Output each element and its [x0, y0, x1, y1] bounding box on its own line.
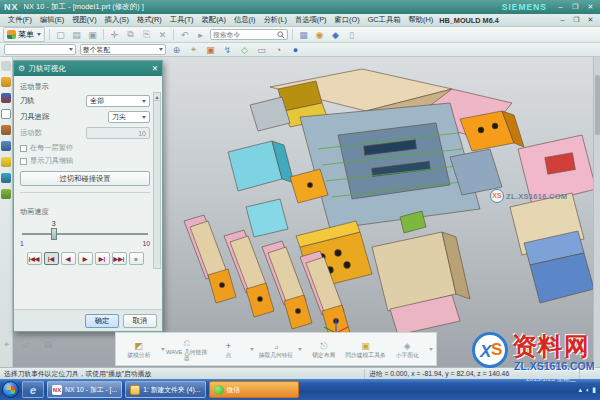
- system-tray[interactable]: ▴ ◖ ▮: [578, 386, 598, 394]
- selection-filter-combo[interactable]: [4, 44, 76, 55]
- dialog-close-icon[interactable]: ✕: [152, 64, 158, 73]
- close-button[interactable]: ✕: [585, 2, 596, 12]
- tool-tracking-combo[interactable]: 刀尖: [108, 111, 150, 123]
- volume-icon[interactable]: ◖: [585, 386, 589, 393]
- menu-dropdown-button[interactable]: 菜单: [3, 27, 45, 42]
- menu-format[interactable]: 格式(R): [133, 15, 166, 25]
- start-button[interactable]: [2, 381, 19, 398]
- save-icon[interactable]: ▣: [86, 29, 99, 41]
- window-layout-icon[interactable]: ▦: [297, 29, 310, 41]
- minimize-button[interactable]: –: [555, 2, 566, 12]
- hd3d-tools-icon[interactable]: [1, 141, 11, 151]
- wcs-icon[interactable]: ◔: [272, 44, 285, 56]
- tray-arrow-icon[interactable]: ▴: [578, 386, 582, 394]
- open-file-icon[interactable]: ▤: [70, 29, 83, 41]
- menu-gc-toolbox[interactable]: GC工具箱: [364, 15, 405, 25]
- menu-view[interactable]: 视图(V): [68, 15, 100, 25]
- folder-task-button[interactable]: 1: 新建文件夹 (4)...: [125, 381, 205, 398]
- wave-geometry-linker-button[interactable]: ⎌ WAVE 几何链接器: [166, 334, 208, 364]
- menu-tools[interactable]: 工具(T): [166, 15, 198, 25]
- menu-assembly[interactable]: 装配(A): [198, 15, 230, 25]
- motion-count-field[interactable]: 10: [86, 127, 150, 139]
- chevron-down-icon[interactable]: [250, 348, 254, 351]
- slider-track[interactable]: [22, 233, 148, 235]
- face-select-icon[interactable]: ▣: [204, 44, 217, 56]
- isometric-cube-icon[interactable]: ◆: [329, 29, 342, 41]
- curve-select-icon[interactable]: ↯: [221, 44, 234, 56]
- chevron-down-icon[interactable]: [429, 348, 433, 351]
- dialog-title-bar[interactable]: ⚙ 刀轨可视化 ✕: [14, 61, 162, 76]
- region-select-icon[interactable]: ▭: [255, 44, 268, 56]
- menu-help[interactable]: 帮助(H): [405, 15, 438, 25]
- delete-icon[interactable]: ✕: [156, 29, 169, 41]
- show-tool-axis-row[interactable]: 显示刀具增轴: [20, 156, 150, 166]
- copy-icon[interactable]: ⧉: [124, 29, 137, 41]
- selection-scope-combo[interactable]: 整个装配: [80, 44, 166, 55]
- network-icon[interactable]: ▮: [592, 386, 596, 394]
- section-icon[interactable]: ▱: [23, 339, 30, 350]
- ok-button[interactable]: 确定: [85, 314, 119, 328]
- point-button[interactable]: + 点: [207, 334, 249, 364]
- menu-file[interactable]: 文件(F): [4, 15, 36, 25]
- globe-icon[interactable]: ●: [289, 44, 302, 56]
- draft-analysis-button[interactable]: ◩ 拔模分析: [118, 334, 160, 364]
- highlight-icon[interactable]: ⌖: [187, 44, 200, 56]
- command-search[interactable]: [210, 29, 288, 40]
- pause-each-level-row[interactable]: 在每一层暂停: [20, 143, 150, 153]
- system-materials-icon[interactable]: [1, 189, 11, 199]
- snap-point-icon[interactable]: ⊕: [170, 44, 183, 56]
- layer-icon[interactable]: ▤: [44, 339, 53, 350]
- dialog-scrollbar[interactable]: ▲: [153, 92, 161, 269]
- go-to-end-button[interactable]: ▶▶|: [112, 252, 127, 265]
- play-reverse-button[interactable]: ◀: [61, 252, 76, 265]
- play-button[interactable]: ▶: [78, 252, 93, 265]
- chat-task-button[interactable]: 微信: [209, 381, 299, 398]
- history-icon[interactable]: [1, 173, 11, 183]
- chevron-down-icon[interactable]: [298, 348, 302, 351]
- mdi-close-button[interactable]: ✕: [585, 15, 596, 25]
- menu-info[interactable]: 信息(I): [230, 15, 259, 25]
- step-back-button[interactable]: |◀: [44, 252, 59, 265]
- step-forward-button[interactable]: ▶|: [95, 252, 110, 265]
- graphics-vertical-scrollbar[interactable]: [593, 57, 600, 367]
- pane-icon[interactable]: ▯: [345, 29, 358, 41]
- redo-icon[interactable]: ▸: [194, 29, 207, 41]
- reuse-library-icon[interactable]: [1, 125, 11, 135]
- mdi-maximize-button[interactable]: ❐: [571, 15, 582, 25]
- menu-insert[interactable]: 插入(S): [101, 15, 133, 25]
- checkbox-icon[interactable]: [20, 145, 27, 152]
- menu-preferences[interactable]: 首选项(P): [291, 15, 331, 25]
- toolpath-combo[interactable]: 全部: [86, 95, 150, 107]
- measure-icon[interactable]: ⌖: [4, 339, 9, 350]
- move-icon[interactable]: ✛: [108, 29, 121, 41]
- checkbox-icon[interactable]: [20, 158, 27, 165]
- part-navigator-icon[interactable]: [1, 109, 11, 119]
- paste-icon[interactable]: ⎘: [140, 29, 153, 41]
- lock-layout-button[interactable]: ⎋ 锁定布局: [303, 334, 345, 364]
- menu-window[interactable]: 窗口(O): [331, 15, 364, 25]
- undo-icon[interactable]: ↶: [178, 29, 191, 41]
- menu-analysis[interactable]: 分析(L): [259, 15, 291, 25]
- gouge-collision-settings-button[interactable]: 过切和碰撞设置: [20, 171, 150, 186]
- facet-body-button[interactable]: ◈ 小平面化: [386, 334, 428, 364]
- chevron-down-icon[interactable]: [161, 348, 165, 351]
- new-file-icon[interactable]: ▢: [54, 29, 67, 41]
- nx-task-button[interactable]: NX NX 10 - 加工 - [...: [47, 381, 122, 398]
- slider-thumb[interactable]: [51, 228, 57, 240]
- mdi-minimize-button[interactable]: –: [557, 15, 568, 25]
- vertex-select-icon[interactable]: ◇: [238, 44, 251, 56]
- synchronous-modeling-button[interactable]: ▣ 同步建模工具条: [345, 334, 387, 364]
- stop-button[interactable]: ■: [129, 252, 144, 265]
- graphics-area[interactable]: XS ZL.XS1616.COM ⚙ 刀轨可视化 ✕ ▲ 运动显示 刀轨 全部: [0, 57, 600, 367]
- internet-explorer-button[interactable]: e: [22, 381, 44, 398]
- assembly-navigator-icon[interactable]: [1, 77, 11, 87]
- maximize-button[interactable]: ❐: [570, 2, 581, 12]
- web-browser-icon[interactable]: [1, 157, 11, 167]
- search-input[interactable]: [213, 31, 277, 38]
- go-to-start-button[interactable]: |◀◀: [27, 252, 42, 265]
- shaded-view-icon[interactable]: ◉: [313, 29, 326, 41]
- roles-icon[interactable]: [1, 61, 11, 71]
- extract-geometry-button[interactable]: ⟓ 抽取几何特征: [255, 334, 297, 364]
- constraint-navigator-icon[interactable]: [1, 93, 11, 103]
- menu-edit[interactable]: 编辑(E): [36, 15, 68, 25]
